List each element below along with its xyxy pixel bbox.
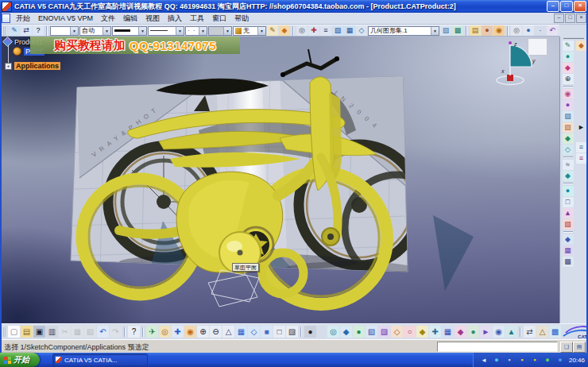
tray-help-icon[interactable]: ● [555, 355, 566, 365]
pattern-grid-icon[interactable]: ▩ [563, 257, 574, 267]
work-on-support-icon[interactable]: ▨ [440, 25, 451, 36]
tray-shield-icon[interactable]: ● [542, 355, 553, 365]
pan-icon[interactable]: ✚ [172, 326, 184, 338]
chevron-down-icon[interactable]: ▼ [70, 27, 78, 35]
measure-between-icon[interactable]: △ [536, 326, 548, 338]
opacity-combo[interactable]: 自动▼ [79, 26, 111, 36]
quick-list-b-icon[interactable]: ≡ [576, 153, 587, 164]
menu-insert[interactable]: 插入 [164, 14, 186, 24]
menu-edit[interactable]: 编辑 [119, 14, 141, 24]
maximize-button[interactable]: □ [560, 1, 573, 12]
tray-lock-a-icon[interactable]: ▪ [516, 355, 528, 365]
fly-mode-icon[interactable]: ✈ [146, 326, 158, 338]
symbol-combo[interactable]: ▼ [208, 26, 232, 36]
tray-lock-b-icon[interactable]: ▪ [529, 355, 540, 365]
zoom-analysis-icon[interactable]: ⊕ [563, 74, 574, 84]
chevron-down-icon[interactable]: ▼ [176, 27, 184, 35]
tray-device-icon[interactable]: ▪ [504, 355, 515, 365]
boundary-curve-icon[interactable]: ○ [404, 326, 416, 338]
render-tools-icon[interactable]: ◉ [493, 25, 505, 36]
split-trim-icon[interactable]: ◆ [455, 326, 466, 338]
match-surface-icon[interactable]: ▧ [563, 122, 574, 133]
point-type-combo[interactable]: ·· ▼ [185, 26, 207, 36]
menu-file[interactable]: 文件 [97, 14, 119, 24]
line-weight-combo[interactable]: ▼ [112, 26, 147, 36]
redo-icon[interactable]: ↷ [110, 326, 122, 338]
project-curve-icon[interactable]: ◆ [416, 326, 428, 338]
chevron-down-icon[interactable]: ▼ [199, 27, 207, 35]
undo-icon[interactable]: ↶ [97, 326, 109, 338]
status-button-2[interactable]: ▤ [573, 342, 586, 353]
freestyle-workbench-icon[interactable]: ◆ [576, 41, 587, 51]
chevron-down-icon[interactable]: ▼ [103, 27, 110, 35]
whats-this-help-icon[interactable]: ? [128, 326, 140, 338]
zoom-in-icon[interactable]: ⊕ [197, 326, 209, 338]
world-axis-icon[interactable]: ✚ [308, 25, 319, 36]
render-style-combo[interactable]: 无 ▼ [233, 26, 266, 36]
control-points-icon[interactable]: ▨ [563, 111, 574, 122]
fit-all-in-icon[interactable]: ◎ [159, 326, 171, 338]
mdi-close-button[interactable]: × [576, 14, 586, 23]
copy-icon[interactable]: ▦ [72, 326, 83, 338]
fit-surface-icon[interactable]: ◆ [563, 133, 574, 144]
open-icon[interactable]: ▤ [21, 326, 33, 338]
isometric-view-icon[interactable]: ◇ [248, 326, 260, 338]
apply-material-icon[interactable]: ● [482, 25, 493, 36]
new-document-icon[interactable]: ▢ [8, 326, 20, 338]
menu-help[interactable]: 帮助 [230, 14, 253, 24]
measure-icon[interactable]: ≡ [320, 25, 331, 36]
tree-expand-node[interactable]: + [5, 63, 12, 70]
menu-start[interactable]: 开始 [12, 14, 34, 24]
shape-fillet-icon[interactable]: ● [467, 326, 479, 338]
sketcher-icon[interactable]: ✎ [563, 41, 574, 51]
catalog-icon[interactable]: ▤ [470, 25, 481, 36]
chevron-down-icon[interactable]: ▼ [138, 27, 146, 35]
pyramid-primitive-icon[interactable]: ▲ [563, 208, 574, 218]
layers-stack-icon[interactable]: ▦ [344, 25, 355, 36]
net-surface-icon[interactable]: ▧ [563, 219, 574, 230]
mirror-element-icon[interactable]: ▧ [332, 25, 343, 36]
tray-messenger-icon[interactable]: ● [491, 355, 502, 365]
wireframe-view-icon[interactable]: □ [273, 326, 285, 338]
command-input[interactable] [437, 342, 558, 352]
status-button-1[interactable]: ❏ [560, 342, 573, 353]
insert-geometrical-set-icon[interactable]: ◇ [356, 25, 367, 36]
select-pointer-icon[interactable]: ► [576, 122, 587, 133]
hidden-line-view-icon[interactable]: ▨ [286, 326, 298, 338]
fill-color-combo[interactable]: ▼ [50, 26, 79, 36]
chevron-down-icon[interactable]: ▼ [431, 27, 439, 35]
view-compass[interactable]: z y x [486, 38, 539, 91]
mdi-restore-button[interactable]: □ [565, 14, 575, 23]
viewport-3d-scene[interactable]: V R A Y & P H O T I N 2 0 0 4 [0, 37, 559, 323]
join-heal-icon[interactable]: ▦ [442, 326, 454, 338]
freestyle-blob-icon[interactable]: ◆ [563, 63, 574, 73]
close-button[interactable]: × [574, 1, 586, 12]
menu-tools[interactable]: 工具 [186, 14, 208, 24]
menu-enovia[interactable]: ENOVIA V5 VPM [34, 14, 97, 22]
shaded-view-icon[interactable]: ■ [261, 326, 273, 338]
start-button[interactable]: 开始 [0, 353, 40, 367]
symmetry-shape-icon[interactable]: ▲ [505, 326, 517, 338]
paste-icon[interactable]: ▧ [84, 326, 96, 338]
more-dot-icon[interactable]: · [535, 25, 546, 36]
translate-shape-icon[interactable]: ► [480, 326, 492, 338]
surface-tools-icon[interactable]: ◆ [563, 171, 574, 181]
shade-sphere-icon[interactable]: ● [563, 100, 574, 110]
menu-window[interactable]: 窗口 [208, 14, 230, 24]
styling-surface-icon[interactable]: ◆ [563, 234, 574, 245]
normal-view-icon[interactable]: △ [222, 326, 234, 338]
chevron-down-icon[interactable]: ▼ [257, 27, 265, 35]
multi-view-icon[interactable]: ▦ [235, 326, 247, 338]
paint-brush-icon[interactable]: ✎ [267, 25, 278, 36]
cut-icon[interactable]: ✂ [59, 326, 71, 338]
extract-curve-icon[interactable]: ◇ [391, 326, 403, 338]
tree-item-applications[interactable]: + Applications [5, 62, 60, 70]
multi-section-surface-icon[interactable]: ▧ [366, 326, 377, 338]
specification-graph-icon[interactable]: ▩ [549, 326, 561, 338]
toolbar-grip[interactable] [563, 37, 584, 40]
catalog-browser-icon[interactable]: ◎ [296, 25, 308, 36]
mesh-surface-icon[interactable]: ▦ [563, 245, 574, 256]
geometrical-set-combo[interactable]: 几何图形集.1▼ [368, 26, 439, 36]
globe-icon[interactable]: ● [523, 25, 534, 36]
global-deformation-icon[interactable]: ◇ [563, 145, 574, 155]
